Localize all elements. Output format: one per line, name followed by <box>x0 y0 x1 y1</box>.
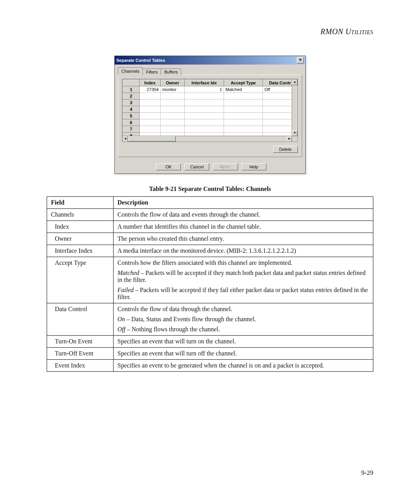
desc-row: OwnerThe person who created this channel… <box>47 233 373 245</box>
desc-field: Event Index <box>47 360 114 372</box>
desc-text: Controls how the filters associated with… <box>114 257 373 303</box>
col-index[interactable]: Index <box>140 80 161 86</box>
desc-row: Turn-On EventSpecifies an event that wil… <box>47 336 373 348</box>
desc-field: Channels <box>47 209 114 221</box>
col-accept[interactable]: Accept Type <box>224 80 262 86</box>
desc-text: Specifies an event to be generated when … <box>114 360 373 372</box>
desc-row: Event IndexSpecifies an event to be gene… <box>47 360 373 372</box>
dialog: Separate Control Tables ✕ Channels Filte… <box>114 56 306 174</box>
scroll-down-icon[interactable]: ▼ <box>292 130 298 136</box>
cancel-button[interactable]: Cancel <box>184 163 209 170</box>
page-header: RMON Utilities <box>47 27 373 36</box>
desc-field: Accept Type <box>47 257 114 303</box>
desc-field: Turn-On Event <box>47 336 114 348</box>
help-button[interactable]: Help <box>242 163 266 170</box>
tab-channels[interactable]: Channels <box>118 67 143 75</box>
col-iface[interactable]: Interface Idx <box>185 80 224 86</box>
cell[interactable]: 1 <box>185 86 224 93</box>
grid-table: Index Owner Interface Idx Accept Type Da… <box>122 79 298 139</box>
page-number: 9-29 <box>361 469 373 477</box>
tab-strip: Channels Filters Buffers <box>118 67 302 75</box>
desc-field: Index <box>47 221 114 233</box>
table-row[interactable]: 6 <box>123 119 298 126</box>
scroll-left-icon[interactable]: ◄ <box>122 136 128 142</box>
figure-caption: Table 9-21 Separate Control Tables: Chan… <box>47 186 373 192</box>
scroll-thumb[interactable] <box>128 136 176 142</box>
desc-row: Turn-Off EventSpecifies an event that wi… <box>47 348 373 360</box>
table-row[interactable]: 4 <box>123 106 298 113</box>
ok-button[interactable]: OK <box>156 163 181 170</box>
desc-row: Data ControlControls the flow of data th… <box>47 303 373 336</box>
table-row[interactable]: 7 <box>123 126 298 133</box>
dialog-title: Separate Control Tables <box>116 58 165 63</box>
delete-button[interactable]: Delete <box>273 146 298 153</box>
desc-row: ChannelsControls the flow of data and ev… <box>47 209 373 221</box>
cell[interactable]: 27354 <box>140 86 161 93</box>
desc-text: A number that identifies this channel in… <box>114 221 373 233</box>
grid-corner <box>123 80 140 86</box>
desc-row: Accept TypeControls how the filters asso… <box>47 257 373 303</box>
row-header: 1 <box>123 86 140 93</box>
cell[interactable]: monitor <box>160 86 184 93</box>
grid[interactable]: Index Owner Interface Idx Accept Type Da… <box>122 79 298 142</box>
table-row[interactable]: 1 27354 monitor 1 Matched Off <box>123 86 298 93</box>
desc-row: Interface IndexA media interface on the … <box>47 245 373 257</box>
scroll-corner <box>292 136 298 142</box>
tab-panel: Index Owner Interface Idx Accept Type Da… <box>118 75 302 157</box>
close-icon[interactable]: ✕ <box>297 57 304 63</box>
table-row[interactable]: 5 <box>123 113 298 119</box>
tab-buffers[interactable]: Buffers <box>161 68 181 75</box>
apply-button[interactable]: Apply <box>213 163 238 170</box>
col-owner[interactable]: Owner <box>160 80 184 86</box>
desc-text: Controls the flow of data through the ch… <box>114 303 373 336</box>
panel-buttons: Delete <box>122 142 298 153</box>
dialog-body: Channels Filters Buffers Index Owner Int… <box>115 65 305 161</box>
desc-field: Turn-Off Event <box>47 348 114 360</box>
scrollbar-vertical[interactable]: ▲ ▼ <box>292 79 298 136</box>
desc-text: Specifies an event that will turn off th… <box>114 348 373 360</box>
desc-header-desc: Description <box>114 197 373 209</box>
table-row[interactable]: 3 <box>123 100 298 106</box>
tab-filters[interactable]: Filters <box>142 68 161 75</box>
desc-text: The person who created this channel entr… <box>114 233 373 245</box>
description-table: Field Description ChannelsControls the f… <box>47 196 373 372</box>
desc-text: Specifies an event that will turn on the… <box>114 336 373 348</box>
scroll-right-icon[interactable]: ► <box>287 136 292 142</box>
desc-row: IndexA number that identifies this chann… <box>47 221 373 233</box>
scrollbar-horizontal[interactable]: ◄ ► <box>122 136 292 142</box>
scroll-up-icon[interactable]: ▲ <box>292 79 298 85</box>
dialog-figure: Separate Control Tables ✕ Channels Filte… <box>114 56 306 174</box>
desc-text: Controls the flow of data and events thr… <box>114 209 373 221</box>
desc-field: Owner <box>47 233 114 245</box>
desc-field: Interface Index <box>47 245 114 257</box>
desc-text: A media interface on the monitored devic… <box>114 245 373 257</box>
desc-header-field: Field <box>47 197 114 209</box>
desc-field: Data Control <box>47 303 114 336</box>
dialog-footer: OK Cancel Apply Help <box>115 161 305 173</box>
table-row[interactable]: 2 <box>123 93 298 100</box>
cell[interactable]: Matched <box>224 86 262 93</box>
dialog-titlebar: Separate Control Tables ✕ <box>115 56 305 65</box>
